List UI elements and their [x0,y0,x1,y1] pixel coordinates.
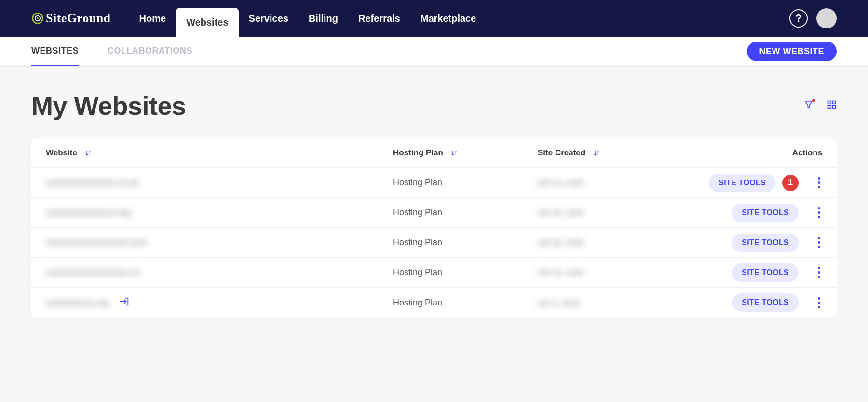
sub-tabs: WEBSITESCOLLABORATIONS [31,37,192,66]
top-nav: SiteGround HomeWebsitesServicesBillingRe… [0,0,868,37]
avatar[interactable] [816,8,837,28]
table-row: xxxxxxxxxxxxxxxx.orgHosting Planxxx xx, … [31,198,837,228]
grid-icon [827,100,837,110]
svg-point-2 [37,17,39,19]
cell-plan: Hosting Plan [393,178,538,188]
cell-actions: SITE TOOLS [678,293,822,312]
websites-table: Website Hosting Plan Site Created [31,138,837,318]
nav-tab-marketplace[interactable]: Marketplace [410,0,487,37]
table-body: xxxxxxxxxxxxxxxx.co.ukHosting Planxxx xx… [31,168,837,318]
page-title: My Websites [31,91,186,121]
brand-swirl-icon [31,12,44,25]
sub-tab-websites[interactable]: WEBSITES [31,37,79,66]
nav-tab-websites[interactable]: Websites [176,8,238,37]
cell-created: xxx xx, xxxx [538,208,678,218]
cell-created: xxx xx, xxxx [538,237,678,248]
created-date: xxx xx, xxxx [538,208,584,218]
grid-view-button[interactable] [827,100,837,111]
nav-tab-services[interactable]: Services [239,0,298,37]
created-date: xxx xx, xxxx [538,267,584,277]
page-header-actions [804,100,837,111]
website-name[interactable]: xxxxxxxxxxxxxxxx.org [46,208,130,218]
site-tools-button[interactable]: SITE TOOLS [732,234,799,252]
svg-rect-3 [828,101,831,104]
login-icon[interactable] [119,296,130,309]
table-row: xxxxxxxxxxxxxxxxxxx.comHosting Planxxx x… [31,228,837,258]
th-actions-label: Actions [792,148,822,158]
svg-rect-4 [833,101,836,104]
new-website-label: NEW WEBSITE [760,46,825,56]
cell-website: xxxxxxxxxxxxxxxx.org [46,208,393,218]
cell-website: xxxxxxxxxxxxxxxx.co.uk [46,178,393,188]
help-icon: ? [795,12,801,25]
nav-tabs: HomeWebsitesServicesBillingReferralsMark… [129,0,487,37]
cell-plan: Hosting Plan [393,237,538,248]
more-actions-button[interactable] [816,235,822,250]
more-actions-button[interactable] [816,295,822,310]
website-name[interactable]: xxxxxxxxxxxxxxxx.co.uk [46,178,138,188]
svg-rect-5 [828,106,831,109]
more-actions-button[interactable] [816,205,822,220]
site-tools-button[interactable]: SITE TOOLS [709,174,775,192]
new-website-button[interactable]: NEW WEBSITE [747,42,837,61]
cell-created: xxx x, xxxx [538,298,678,308]
th-created-label: Site Created [538,148,585,158]
sub-nav: WEBSITESCOLLABORATIONS NEW WEBSITE [0,37,868,67]
page-header-row: My Websites [31,91,837,121]
cell-created: xxx xx, xxxx [538,267,678,277]
page: My Websites Website [0,67,868,342]
cell-plan: Hosting Plan [393,298,538,308]
table-row: xxxxxxxxxxxxxxxxxxx.coHosting Planxxx xx… [31,258,837,288]
created-date: xxx xx, xxxx [538,237,584,248]
site-tools-button[interactable]: SITE TOOLS [732,293,799,312]
cell-website: xxxxxxxxxxx.org [46,296,393,309]
th-plan-label: Hosting Plan [393,148,443,158]
help-button[interactable]: ? [789,9,808,28]
cell-plan: Hosting Plan [393,267,538,277]
cell-actions: SITE TOOLS [678,263,822,282]
nav-tab-billing[interactable]: Billing [298,0,348,37]
cell-created: xxx xx, xxxx [538,178,678,188]
created-date: xxx xx, xxxx [538,178,584,188]
cell-website: xxxxxxxxxxxxxxxxxxx.co [46,267,393,277]
cell-actions: SITE TOOLS [678,204,822,222]
cell-website: xxxxxxxxxxxxxxxxxxx.com [46,237,393,248]
more-actions-button[interactable] [816,175,822,190]
th-actions: Actions [678,148,822,158]
brand-logo[interactable]: SiteGround [31,11,111,26]
th-created[interactable]: Site Created [538,148,678,158]
table-header: Website Hosting Plan Site Created [31,138,837,168]
filter-button[interactable] [804,100,814,111]
filter-indicator-dot [812,99,815,102]
website-name[interactable]: xxxxxxxxxxxxxxxxxxx.co [46,267,140,277]
sort-icon [84,149,93,157]
svg-rect-6 [833,106,836,109]
th-plan[interactable]: Hosting Plan [393,148,538,158]
site-tools-button[interactable]: SITE TOOLS [732,204,799,222]
cell-plan: Hosting Plan [393,208,538,218]
table-row: xxxxxxxxxxxxxxxx.co.ukHosting Planxxx xx… [31,168,837,198]
brand-name: SiteGround [46,11,111,26]
created-date: xxx x, xxxx [538,298,580,308]
table-row: xxxxxxxxxxx.orgHosting Planxxx x, xxxxSI… [31,288,837,318]
cell-actions: SITE TOOLS1 [678,174,822,192]
website-name[interactable]: xxxxxxxxxxxxxxxxxxx.com [46,237,147,248]
annotation-badge: 1 [782,175,799,191]
nav-right: ? [789,8,837,28]
sort-icon [450,149,459,157]
cell-actions: SITE TOOLS [678,234,822,252]
nav-tab-referrals[interactable]: Referrals [348,0,410,37]
site-tools-button[interactable]: SITE TOOLS [732,263,799,282]
sort-icon [592,149,601,157]
more-actions-button[interactable] [816,265,822,280]
nav-tab-home[interactable]: Home [129,0,176,37]
sub-tab-collaborations[interactable]: COLLABORATIONS [108,37,192,66]
website-name[interactable]: xxxxxxxxxxx.org [46,298,108,308]
th-website[interactable]: Website [46,148,393,158]
th-website-label: Website [46,148,77,158]
